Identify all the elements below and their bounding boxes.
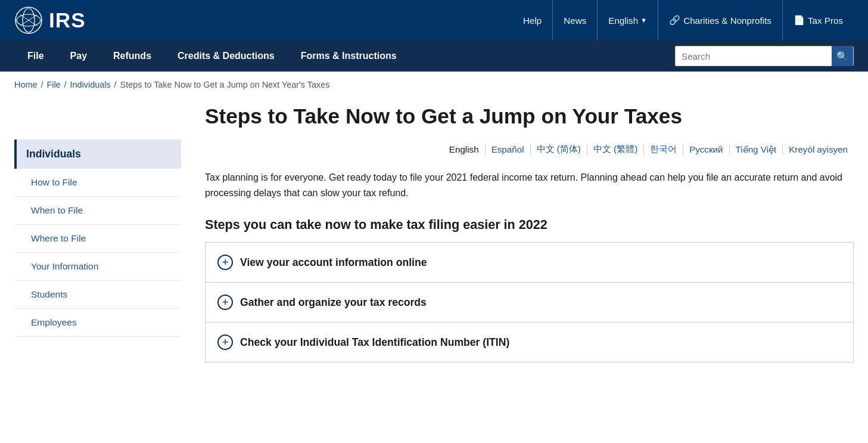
lang-chinese-traditional[interactable]: 中文 (繁體) xyxy=(587,143,644,156)
search-icon: 🔍 xyxy=(836,51,848,62)
top-nav-news[interactable]: News xyxy=(553,0,598,41)
sidebar-item-employees[interactable]: Employees xyxy=(14,309,181,337)
accordion-btn-3[interactable]: + Check your Individual Tax Identificati… xyxy=(206,323,853,362)
accordion-expand-icon-2: + xyxy=(217,295,233,310)
nav-bar: File Pay Refunds Credits & Deductions Fo… xyxy=(0,41,868,72)
accordion-label-3: Check your Individual Tax Identification… xyxy=(240,336,509,349)
breadcrumb-sep-2: / xyxy=(64,80,67,89)
breadcrumb-home[interactable]: Home xyxy=(14,80,37,89)
sidebar-item-students[interactable]: Students xyxy=(14,281,181,309)
accordion-item-1: + View your account information online xyxy=(205,242,854,283)
sidebar-section-title[interactable]: Individuals xyxy=(14,140,181,169)
english-label: English xyxy=(608,16,638,26)
nav-forms[interactable]: Forms & Instructions xyxy=(288,41,410,72)
breadcrumb-sep-1: / xyxy=(41,80,43,89)
language-row: English Español 中文 (简体) 中文 (繁體) 한국어 Русс… xyxy=(205,143,854,156)
accordion-label-2: Gather and organize your tax records xyxy=(240,296,427,309)
lang-russian[interactable]: Русский xyxy=(683,144,729,154)
breadcrumb-file[interactable]: File xyxy=(46,80,60,89)
top-nav-charities[interactable]: 🔗 Charities & Nonprofits xyxy=(658,0,783,41)
sidebar: Individuals How to File When to File Whe… xyxy=(14,140,193,363)
lang-korean[interactable]: 한국어 xyxy=(644,143,683,156)
nav-refunds[interactable]: Refunds xyxy=(100,41,164,72)
search-input[interactable] xyxy=(676,47,832,66)
top-bar: IRS Help News English ▼ 🔗 Charities & No… xyxy=(0,0,868,41)
accordion-btn-2[interactable]: + Gather and organize your tax records xyxy=(206,283,853,322)
accordion-label-1: View your account information online xyxy=(240,256,427,269)
steps-heading: Steps you can take now to make tax filin… xyxy=(205,217,854,233)
lang-english[interactable]: English xyxy=(443,144,486,154)
breadcrumb-sep-3: / xyxy=(114,80,117,89)
accordion-expand-icon-3: + xyxy=(217,334,233,350)
nav-file[interactable]: File xyxy=(14,41,57,72)
breadcrumb: Home / File / Individuals / Steps to Tak… xyxy=(0,72,868,98)
accordion-btn-1[interactable]: + View your account information online xyxy=(206,243,853,282)
sidebar-item-how-to-file[interactable]: How to File xyxy=(14,169,181,197)
breadcrumb-individuals[interactable]: Individuals xyxy=(70,80,111,89)
sidebar-item-where-to-file[interactable]: Where to File xyxy=(14,225,181,253)
accordion-expand-icon-1: + xyxy=(217,255,233,270)
top-nav-help[interactable]: Help xyxy=(512,0,553,41)
taxpros-icon: 📄 xyxy=(794,15,805,26)
taxpros-label: Tax Pros xyxy=(808,16,843,26)
logo-text: IRS xyxy=(49,8,86,32)
chevron-down-icon: ▼ xyxy=(640,17,647,24)
top-nav-english[interactable]: English ▼ xyxy=(598,0,658,41)
nav-items: File Pay Refunds Credits & Deductions Fo… xyxy=(14,41,675,72)
accordion-item-2: + Gather and organize your tax records xyxy=(205,283,854,323)
nav-credits[interactable]: Credits & Deductions xyxy=(164,41,288,72)
lang-chinese-simplified[interactable]: 中文 (简体) xyxy=(531,143,587,156)
charities-label: Charities & Nonprofits xyxy=(683,16,771,26)
lang-espanol[interactable]: Español xyxy=(486,144,531,154)
top-nav: Help News English ▼ 🔗 Charities & Nonpro… xyxy=(512,0,854,41)
top-nav-taxpros[interactable]: 📄 Tax Pros xyxy=(783,0,854,41)
page-title: Steps to Take Now to Get a Jump on Your … xyxy=(205,104,854,129)
search-button[interactable]: 🔍 xyxy=(832,46,853,66)
page-content: Steps to Take Now to Get a Jump on Your … xyxy=(193,104,854,363)
main-wrapper: Individuals How to File When to File Whe… xyxy=(0,98,868,386)
sidebar-item-when-to-file[interactable]: When to File xyxy=(14,197,181,225)
lang-haitian-creole[interactable]: Kreyòl ayisyen xyxy=(783,144,854,154)
breadcrumb-current: Steps to Take Now to Get a Jump on Next … xyxy=(120,80,330,89)
charities-icon: 🔗 xyxy=(669,15,680,26)
nav-pay[interactable]: Pay xyxy=(57,41,100,72)
lang-vietnamese[interactable]: Tiếng Việt xyxy=(730,144,783,155)
irs-logo-icon xyxy=(14,6,43,35)
search-box: 🔍 xyxy=(675,46,854,66)
logo[interactable]: IRS xyxy=(14,6,86,35)
intro-text: Tax planning is for everyone. Get ready … xyxy=(205,170,854,200)
sidebar-item-your-information[interactable]: Your Information xyxy=(14,253,181,281)
accordion-item-3: + Check your Individual Tax Identificati… xyxy=(205,323,854,363)
accordion: + View your account information online +… xyxy=(205,242,854,363)
